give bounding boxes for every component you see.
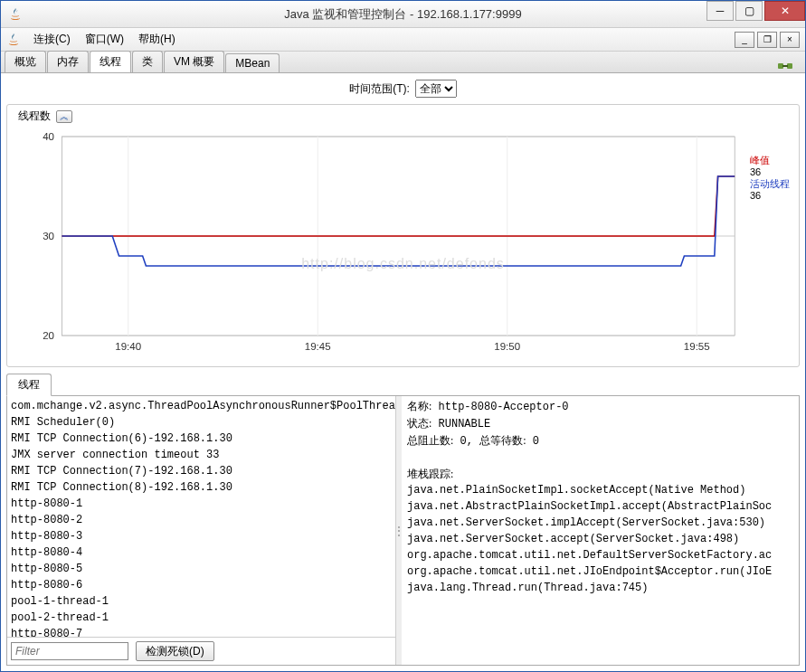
thread-list[interactable]: com.mchange.v2.async.ThreadPoolAsynchron… — [7, 396, 395, 637]
stack-line: java.net.ServerSocket.implAccept(ServerS… — [407, 515, 793, 531]
tab-mbean[interactable]: MBean — [225, 53, 280, 72]
content-area: 时间范围(T): 全部 线程数 ︽ — [1, 73, 805, 671]
thread-list-item[interactable]: pool-1-thread-1 — [11, 593, 392, 610]
thread-list-item[interactable]: RMI Scheduler(0) — [11, 414, 392, 431]
mdi-close-button[interactable]: × — [780, 32, 800, 48]
menu-help[interactable]: 帮助(H) — [131, 29, 183, 50]
main-tabbar: 概览 内存 线程 类 VM 概要 MBean — [1, 52, 805, 73]
xtick-1: 19:45 — [305, 341, 331, 352]
tab-vmsummary[interactable]: VM 概要 — [164, 51, 224, 72]
thread-list-item[interactable]: RMI TCP Connection(8)-192.168.1.30 — [11, 479, 392, 496]
thread-list-item[interactable]: http-8080-6 — [11, 577, 392, 593]
chart-legend: 峰值 36 活动线程 36 — [750, 155, 790, 202]
mdi-minimize-button[interactable]: _ — [735, 32, 754, 48]
connection-status-icon — [776, 60, 794, 72]
stack-line: org.apache.tomcat.util.net.DefaultServer… — [407, 547, 793, 563]
thread-list-item[interactable]: http-8080-5 — [11, 561, 392, 577]
maximize-button[interactable]: ▢ — [735, 1, 763, 21]
thread-list-item[interactable]: RMI TCP Connection(6)-192.168.1.30 — [11, 431, 392, 447]
app-window: Java 监视和管理控制台 - 192.168.1.177:9999 ─ ▢ ✕… — [0, 0, 806, 672]
thread-list-item[interactable]: http-8080-7 — [11, 626, 392, 637]
stack-trace-lines: java.net.PlainSocketImpl.socketAccept(Na… — [407, 482, 793, 596]
tab-overview[interactable]: 概览 — [5, 51, 46, 72]
svg-rect-2 — [782, 65, 788, 67]
thread-list-item[interactable]: http-8080-3 — [11, 528, 392, 544]
chart-title: 线程数 — [18, 109, 51, 124]
detail-blocked-label: 总阻止数: — [407, 434, 453, 447]
tab-threads[interactable]: 线程 — [90, 51, 131, 72]
thread-detail-pane: 名称: http-8080-Acceptor-0 状态: RUNNABLE 总阻… — [402, 396, 799, 665]
detail-stack-label: 堆栈跟踪: — [407, 466, 793, 482]
thread-list-item[interactable]: com.mchange.v2.async.ThreadPoolAsynchron… — [11, 398, 392, 414]
tab-memory[interactable]: 内存 — [47, 51, 89, 72]
stack-line: org.apache.tomcat.util.net.JIoEndpoint$A… — [407, 563, 793, 580]
detail-state-value: RUNNABLE — [439, 418, 491, 431]
xtick-0: 19:40 — [115, 341, 141, 352]
ytick-20: 20 — [43, 330, 54, 341]
window-controls: ─ ▢ ✕ — [705, 1, 805, 27]
detail-state-label: 状态: — [407, 417, 431, 430]
chart-collapse-button[interactable]: ︽ — [56, 110, 72, 123]
java-icon — [8, 7, 23, 22]
threads-subtab[interactable]: 线程 — [6, 374, 52, 396]
menu-window[interactable]: 窗口(W) — [78, 29, 131, 50]
filter-row: 检测死锁(D) — [7, 637, 395, 665]
minimize-button[interactable]: ─ — [706, 1, 734, 21]
filter-input[interactable] — [11, 642, 128, 660]
detail-waited-label: 总等待数: — [479, 434, 526, 447]
detail-waited-value: 0 — [533, 435, 539, 448]
ytick-40: 40 — [43, 131, 54, 142]
menubar: 连接(C) 窗口(W) 帮助(H) _ ❐ × — [1, 28, 805, 52]
detail-name-label: 名称: — [407, 400, 431, 412]
legend-peak-value: 36 — [750, 166, 790, 178]
stack-line: java.net.AbstractPlainSocketImpl.accept(… — [407, 498, 793, 515]
time-range-select[interactable]: 全部 — [415, 80, 457, 98]
time-range-label: 时间范围(T): — [349, 81, 410, 97]
tab-classes[interactable]: 类 — [132, 51, 163, 72]
stack-line: java.lang.Thread.run(Thread.java:745) — [407, 580, 793, 596]
thread-list-item[interactable]: RMI TCP Connection(7)-192.168.1.30 — [11, 463, 392, 479]
threads-split-panes: com.mchange.v2.async.ThreadPoolAsynchron… — [6, 395, 800, 666]
detect-deadlock-button[interactable]: 检测死锁(D) — [136, 641, 214, 661]
legend-peak-label: 峰值 — [750, 155, 790, 166]
chart-svg: 20 30 40 19:40 19:45 19:50 19:55 — [14, 128, 792, 363]
java-app-icon — [6, 33, 21, 47]
stack-line: java.net.ServerSocket.accept(ServerSocke… — [407, 531, 793, 547]
xtick-3: 19:55 — [684, 341, 710, 352]
window-title: Java 监视和管理控制台 - 192.168.1.177:9999 — [1, 6, 805, 23]
xtick-2: 19:50 — [494, 341, 520, 352]
mdi-controls: _ ❐ × — [735, 32, 800, 48]
thread-count-chart: 20 30 40 19:40 19:45 19:50 19:55 峰值 — [14, 128, 792, 363]
threads-panel: 线程 com.mchange.v2.async.ThreadPoolAsynch… — [6, 373, 800, 666]
mdi-restore-button[interactable]: ❐ — [757, 32, 777, 48]
thread-list-item[interactable]: http-8080-1 — [11, 496, 392, 512]
stack-line: java.net.PlainSocketImpl.socketAccept(Na… — [407, 482, 793, 498]
detail-name-value: http-8080-Acceptor-0 — [439, 401, 569, 413]
ytick-30: 30 — [43, 231, 54, 241]
thread-list-item[interactable]: pool-2-thread-1 — [11, 610, 392, 626]
detail-blocked-value: 0, — [460, 435, 473, 448]
legend-live-value: 36 — [750, 190, 790, 202]
titlebar: Java 监视和管理控制台 - 192.168.1.177:9999 ─ ▢ ✕ — [1, 1, 805, 28]
time-range-row: 时间范围(T): 全部 — [1, 73, 805, 104]
thread-list-item[interactable]: http-8080-4 — [11, 544, 392, 561]
threads-tabstrip: 线程 — [6, 373, 800, 395]
chart-section: 线程数 ︽ — [6, 104, 800, 367]
thread-list-pane: com.mchange.v2.async.ThreadPoolAsynchron… — [7, 396, 396, 665]
close-button[interactable]: ✕ — [764, 1, 805, 21]
thread-list-item[interactable]: http-8080-2 — [11, 512, 392, 528]
menu-connect[interactable]: 连接(C) — [26, 29, 78, 50]
thread-list-item[interactable]: JMX server connection timeout 33 — [11, 447, 392, 463]
chart-header: 线程数 ︽ — [14, 107, 792, 128]
legend-live-label: 活动线程 — [750, 178, 790, 190]
